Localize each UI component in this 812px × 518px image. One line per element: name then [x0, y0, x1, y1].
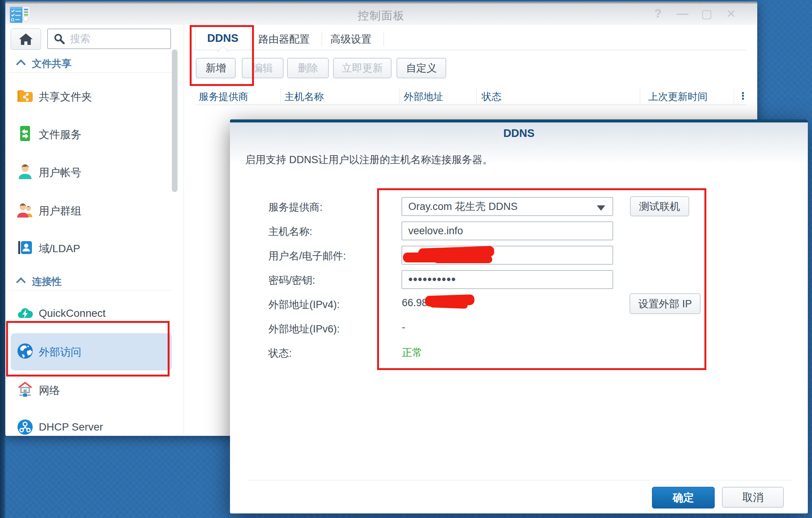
file-services-icon: [17, 125, 33, 142]
set-external-ip-button[interactable]: 设置外部 IP: [630, 293, 701, 314]
window-title: 控制面板: [5, 8, 757, 24]
user-group-icon: [17, 202, 33, 218]
tab-advanced-settings[interactable]: 高级设置: [330, 32, 372, 46]
status-value: 正常: [402, 346, 422, 359]
sidebar-item-label[interactable]: QuickConnect: [39, 307, 106, 319]
sidebar-item-external-access-selected-bg[interactable]: [11, 333, 172, 370]
sidebar-item-network[interactable]: [17, 381, 33, 399]
tab-strip-line: [195, 50, 746, 50]
sidebar-item-label[interactable]: 共享文件夹: [39, 90, 92, 104]
sidebar-scrollbar[interactable]: [172, 49, 178, 192]
cancel-button[interactable]: 取消: [722, 487, 784, 508]
quickconnect-icon: [17, 305, 33, 322]
domain-ldap-icon: [17, 239, 33, 256]
tab-router-config[interactable]: 路由器配置: [257, 32, 311, 46]
password-input[interactable]: ••••••••••: [401, 270, 613, 289]
sidebar-item-label[interactable]: 网络: [39, 383, 60, 398]
tab-separator: [322, 32, 322, 46]
column-header-provider[interactable]: 服务提供商: [199, 90, 248, 103]
column-divider: [280, 89, 281, 104]
hostname-label: 主机名称:: [268, 225, 312, 238]
divider: [9, 72, 172, 73]
sidebar-item-label[interactable]: 文件服务: [39, 127, 81, 142]
sidebar-item-shared-folder[interactable]: [17, 87, 33, 106]
divider: [9, 290, 172, 291]
ddns-dialog: [230, 119, 808, 513]
ipv6-label: 外部地址(IPv6):: [268, 322, 340, 336]
column-header-external-address[interactable]: 外部地址: [404, 90, 443, 103]
dhcp-server-icon: [17, 419, 33, 435]
tab-separator: [384, 32, 384, 46]
sidebar-content-divider: [184, 23, 184, 434]
sidebar-item-domain-ldap[interactable]: [17, 239, 33, 257]
password-label: 密码/密钥:: [268, 273, 315, 287]
column-header-last-update[interactable]: 上次更新时间: [648, 90, 707, 103]
dialog-top-bar: [230, 119, 808, 122]
network-icon: [17, 381, 33, 398]
search-box[interactable]: [47, 29, 171, 49]
chevron-down-icon: [597, 205, 605, 211]
control-panel-app-icon: [10, 7, 30, 23]
hostname-input[interactable]: [401, 221, 613, 240]
sidebar-item-external-access[interactable]: [17, 343, 33, 361]
username-label: 用户名/电子邮件:: [268, 249, 346, 263]
search-icon: [54, 33, 65, 44]
sidebar-item-label[interactable]: DHCP Server: [39, 421, 103, 433]
sidebar-item-label[interactable]: 用户帐号: [39, 165, 81, 180]
sidebar-item-user-account[interactable]: [17, 163, 33, 181]
sidebar-item-user-group[interactable]: [17, 202, 33, 220]
sidebar-item-dhcp-server[interactable]: [17, 419, 33, 437]
username-redaction-scribble: [433, 256, 492, 263]
delete-button[interactable]: 删除: [287, 58, 329, 78]
user-account-icon: [17, 163, 33, 180]
column-header-status[interactable]: 状态: [482, 90, 501, 103]
minimize-icon[interactable]: —: [676, 7, 689, 21]
dialog-title: DDNS: [230, 127, 808, 140]
test-connection-button[interactable]: 测试联机: [630, 196, 689, 216]
customize-button[interactable]: 自定义: [396, 58, 446, 78]
section-header-file-sharing[interactable]: 文件共享: [32, 57, 71, 70]
status-label: 状态:: [268, 346, 292, 360]
dialog-footer-divider: [247, 480, 792, 480]
maximize-icon[interactable]: ▢: [700, 7, 713, 21]
ok-button[interactable]: 确定: [652, 487, 715, 508]
column-menu-icon[interactable]: ⋮: [738, 90, 748, 102]
column-divider: [399, 89, 400, 104]
home-icon: [19, 33, 33, 45]
update-now-button[interactable]: 立即更新: [333, 58, 392, 78]
edit-button[interactable]: 编辑: [242, 58, 284, 78]
column-divider: [640, 89, 640, 104]
search-input[interactable]: [69, 33, 162, 45]
ipv4-label: 外部地址(IPv4):: [268, 298, 340, 311]
close-icon[interactable]: ✕: [725, 7, 737, 21]
column-header-hostname[interactable]: 主机名称: [284, 90, 324, 103]
sidebar-item-label[interactable]: 用户群组: [39, 204, 81, 218]
home-button[interactable]: [11, 29, 41, 50]
ipv4-value: 66.98: [402, 297, 428, 309]
tab-label: DDNS: [207, 32, 238, 44]
dialog-description: 启用支持 DDNS让用户以注册的主机名称连接服务器。: [245, 153, 493, 167]
globe-icon: [17, 343, 33, 359]
sidebar-item-label[interactable]: 域/LDAP: [39, 242, 80, 256]
column-divider: [476, 89, 477, 104]
shared-folder-icon: [17, 87, 33, 104]
provider-label: 服务提供商:: [268, 200, 323, 214]
column-divider: [734, 89, 734, 104]
table-header-border: [196, 105, 746, 105]
add-button[interactable]: 新增: [196, 58, 236, 78]
provider-value: Oray.com 花生壳 DDNS: [408, 200, 518, 213]
sidebar-item-file-services[interactable]: [17, 125, 33, 143]
provider-select[interactable]: Oray.com 花生壳 DDNS: [401, 197, 613, 216]
section-header-connectivity[interactable]: 连接性: [32, 275, 62, 288]
sidebar-item-label[interactable]: 外部访问: [39, 345, 81, 359]
help-icon[interactable]: ?: [652, 7, 665, 21]
sidebar-item-quickconnect[interactable]: [17, 305, 33, 323]
password-dots: ••••••••••: [408, 272, 456, 287]
ipv6-value: -: [402, 321, 405, 333]
